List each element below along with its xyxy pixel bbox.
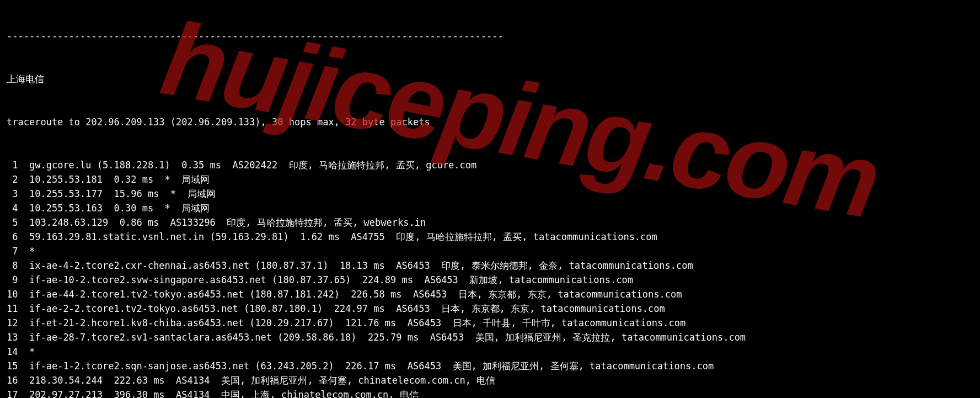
hop-separator xyxy=(18,246,29,257)
trace-title: 上海电信 xyxy=(7,72,973,86)
hop-separator xyxy=(18,389,29,398)
hop-separator xyxy=(18,203,29,214)
hop-detail: if-ae-28-7.tcore2.sv1-santaclara.as6453.… xyxy=(29,332,746,343)
hop-row: 7 * xyxy=(7,244,973,258)
hop-separator xyxy=(18,303,29,314)
hop-number: 3 xyxy=(7,188,18,199)
hop-detail: * xyxy=(29,346,35,357)
hop-number: 11 xyxy=(7,303,18,314)
hop-separator xyxy=(18,317,29,328)
hop-separator xyxy=(18,188,29,199)
hop-row: 6 59.163.29.81.static.vsnl.net.in (59.16… xyxy=(7,230,973,244)
hop-number: 8 xyxy=(7,260,18,271)
hop-number: 14 xyxy=(7,346,18,357)
hop-detail: if-et-21-2.hcore1.kv8-chiba.as6453.net (… xyxy=(29,317,686,328)
hop-row: 11 if-ae-2-2.tcore1.tv2-tokyo.as6453.net… xyxy=(7,301,973,316)
hop-number: 17 xyxy=(7,389,18,398)
hop-list: 1 gw.gcore.lu (5.188.228.1) 0.35 ms AS20… xyxy=(7,158,973,398)
hop-number: 15 xyxy=(7,360,18,372)
hop-row: 16 218.30.54.244 222.63 ms AS4134 美国, 加利… xyxy=(7,373,973,388)
hop-row: 5 103.248.63.129 0.86 ms AS133296 印度, 马哈… xyxy=(7,215,973,230)
hop-row: 9 if-ae-10-2.tcore2.svw-singapore.as6453… xyxy=(7,273,973,287)
hop-detail: 10.255.53.163 0.30 ms * 局域网 xyxy=(29,203,210,214)
hop-detail: 218.30.54.244 222.63 ms AS4134 美国, 加利福尼亚… xyxy=(29,375,495,386)
hop-separator xyxy=(18,274,29,285)
hop-detail: 59.163.29.81.static.vsnl.net.in (59.163.… xyxy=(29,231,657,242)
hop-detail: ix-ae-4-2.tcore2.cxr-chennai.as6453.net … xyxy=(29,260,693,271)
trace-header: traceroute to 202.96.209.133 (202.96.209… xyxy=(7,115,973,129)
hop-detail: if-ae-1-2.tcore2.sqn-sanjose.as6453.net … xyxy=(29,360,714,372)
hop-number: 16 xyxy=(7,375,18,386)
hop-row: 12 if-et-21-2.hcore1.kv8-chiba.as6453.ne… xyxy=(7,316,973,330)
hop-separator xyxy=(18,346,29,357)
hop-detail: if-ae-44-2.tcore1.tv2-tokyo.as6453.net (… xyxy=(29,289,682,300)
hop-detail: * xyxy=(29,246,35,257)
hop-detail: gw.gcore.lu (5.188.228.1) 0.35 ms AS2024… xyxy=(29,160,476,171)
hop-separator xyxy=(18,375,29,386)
divider-line: ----------------------------------------… xyxy=(7,29,973,43)
hop-detail: 10.255.53.177 15.96 ms * 局域网 xyxy=(29,188,216,199)
hop-row: 14 * xyxy=(7,344,973,359)
hop-number: 4 xyxy=(7,203,18,214)
hop-detail: if-ae-2-2.tcore1.tv2-tokyo.as6453.net (1… xyxy=(29,303,665,314)
hop-separator xyxy=(18,231,29,242)
hop-separator xyxy=(18,160,29,171)
hop-separator xyxy=(18,360,29,372)
hop-row: 10 if-ae-44-2.tcore1.tv2-tokyo.as6453.ne… xyxy=(7,287,973,301)
hop-row: 8 ix-ae-4-2.tcore2.cxr-chennai.as6453.ne… xyxy=(7,258,973,273)
hop-row: 2 10.255.53.181 0.32 ms * 局域网 xyxy=(7,172,973,187)
hop-detail: if-ae-10-2.tcore2.svw-singapore.as6453.n… xyxy=(29,274,633,285)
hop-detail: 10.255.53.181 0.32 ms * 局域网 xyxy=(29,174,210,185)
hop-row: 3 10.255.53.177 15.96 ms * 局域网 xyxy=(7,187,973,201)
hop-number: 9 xyxy=(7,274,18,285)
hop-row: 13 if-ae-28-7.tcore2.sv1-santaclara.as64… xyxy=(7,330,973,344)
hop-row: 15 if-ae-1-2.tcore2.sqn-sanjose.as6453.n… xyxy=(7,359,973,373)
hop-number: 10 xyxy=(7,289,18,300)
hop-row: 17 202.97.27.213 396.30 ms AS4134 中国, 上海… xyxy=(7,388,973,398)
terminal-output: ----------------------------------------… xyxy=(0,0,980,398)
hop-separator xyxy=(18,260,29,271)
hop-number: 2 xyxy=(7,174,18,185)
hop-row: 4 10.255.53.163 0.30 ms * 局域网 xyxy=(7,201,973,215)
hop-row: 1 gw.gcore.lu (5.188.228.1) 0.35 ms AS20… xyxy=(7,158,973,172)
hop-detail: 103.248.63.129 0.86 ms AS133296 印度, 马哈拉施… xyxy=(29,217,426,228)
hop-separator xyxy=(18,332,29,343)
hop-separator xyxy=(18,289,29,300)
hop-separator xyxy=(18,217,29,228)
hop-number: 13 xyxy=(7,332,18,343)
hop-detail: 202.97.27.213 396.30 ms AS4134 中国, 上海, c… xyxy=(29,389,419,398)
hop-number: 5 xyxy=(7,217,18,228)
hop-number: 7 xyxy=(7,246,18,257)
hop-number: 6 xyxy=(7,231,18,242)
hop-number: 1 xyxy=(7,160,18,171)
hop-separator xyxy=(18,174,29,185)
hop-number: 12 xyxy=(7,317,18,328)
